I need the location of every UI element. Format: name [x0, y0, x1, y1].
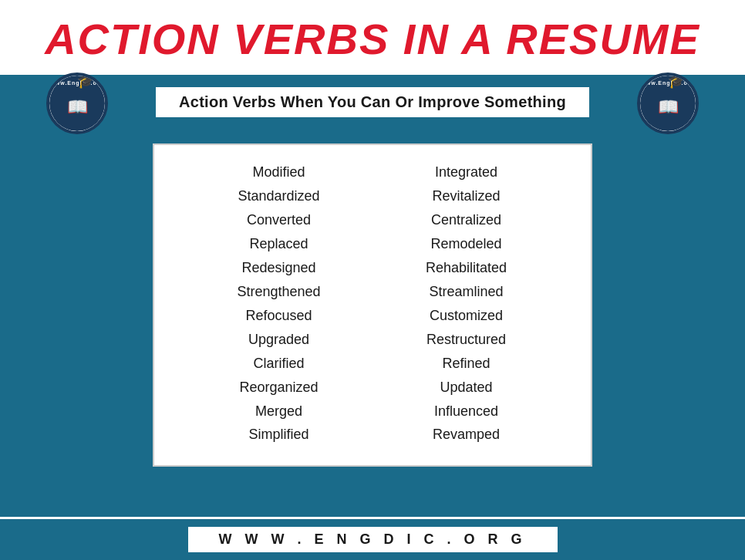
verb-item: Customized: [430, 304, 503, 328]
verb-item: Revamped: [433, 423, 500, 447]
verb-item: Influenced: [434, 400, 498, 423]
book-icon-left: 📖: [67, 97, 88, 117]
graduation-cap-right: 🎓: [668, 73, 685, 89]
logo-left: www.EngDic.org 📖 🎓: [46, 73, 108, 134]
verb-item: Updated: [440, 376, 492, 400]
verb-item: Standardized: [238, 184, 319, 208]
logo-circle-left: www.EngDic.org 📖 🎓: [46, 73, 108, 134]
logo-inner-right: www.EngDic.org 📖 🎓: [640, 76, 696, 131]
verb-item: Refined: [442, 352, 490, 376]
verb-item: Merged: [255, 400, 302, 423]
page-wrapper: ACTION VERBS IN A RESUME www.EngDic.org …: [0, 0, 745, 560]
footer: W W W . E N G D I C . O R G: [0, 517, 745, 560]
verb-item: Upgraded: [248, 328, 309, 352]
verb-item: Integrated: [435, 160, 497, 184]
footer-url: W W W . E N G D I C . O R G: [188, 527, 558, 552]
verb-item: Redesigned: [241, 256, 315, 280]
verb-column-right: IntegratedRevitalizedCentralizedRemodele…: [372, 160, 560, 447]
page-title: ACTION VERBS IN A RESUME: [8, 14, 737, 64]
verb-column-left: ModifiedStandardizedConvertedReplacedRed…: [185, 160, 372, 447]
verb-item: Replaced: [249, 232, 308, 256]
verb-item: Revitalized: [432, 184, 500, 208]
verb-item: Modified: [252, 160, 305, 184]
header: ACTION VERBS IN A RESUME: [0, 0, 745, 78]
teal-section: www.EngDic.org 📖 🎓 Action Verbs When You…: [0, 78, 745, 517]
logo-inner-left: www.EngDic.org 📖 🎓: [49, 76, 105, 131]
verb-item: Streamlined: [429, 280, 503, 304]
content-card: ModifiedStandardizedConvertedReplacedRed…: [153, 143, 592, 467]
verb-item: Strengthened: [237, 280, 320, 304]
logo-right: www.EngDic.org 📖 🎓: [637, 73, 699, 134]
book-icon-right: 📖: [658, 97, 679, 117]
verb-item: Converted: [247, 208, 311, 232]
verb-item: Clarified: [253, 352, 304, 376]
verb-item: Rehabilitated: [426, 256, 507, 280]
graduation-cap-left: 🎓: [77, 73, 94, 89]
subtitle-bar: www.EngDic.org 📖 🎓 Action Verbs When You…: [31, 78, 714, 128]
subtitle-text: Action Verbs When You Can Or Improve Som…: [156, 87, 589, 117]
verb-item: Reorganized: [239, 376, 318, 400]
verb-item: Refocused: [245, 304, 312, 328]
verb-item: Restructured: [426, 328, 506, 352]
verb-item: Centralized: [431, 208, 501, 232]
verb-item: Remodeled: [430, 232, 501, 256]
verb-item: Simplified: [248, 423, 308, 447]
logo-circle-right: www.EngDic.org 📖 🎓: [637, 73, 699, 134]
